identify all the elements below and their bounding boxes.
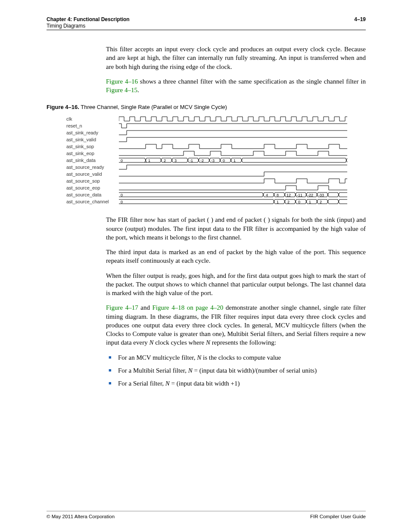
header-section: Timing Diagrams [47,23,130,29]
signal-ast-source-valid: ast_source_valid [66,171,119,177]
signal-ast-sink-eop: ast_sink_eop [66,151,119,156]
svg-text:2: 2 [287,200,290,204]
paragraph-4: The third input data is marked as an end… [106,248,366,265]
svg-text:0: 0 [121,193,123,197]
footer-right: FIR Compiler User Guide [310,514,366,519]
bullet-1: For an MCV multicycle filter, N is the c… [106,353,366,362]
figure-4-18-link[interactable]: Figure 4–18 on page 4–20 [152,304,223,311]
wave-ast-source-eop [119,185,366,191]
wave-ast-sink-ready [119,130,366,136]
paragraph-2: Figure 4–16 shows a three channel filter… [106,77,366,95]
svg-text:0: 0 [298,200,300,204]
signal-ast-source-sop: ast_source_sop [66,178,119,184]
svg-text:1: 1 [277,200,279,204]
wave-ast-sink-eop [119,150,366,156]
signal-ast-sink-data: ast_sink_data [66,158,119,163]
figure-4-17-link[interactable]: Figure 4–17 [106,304,138,311]
header-chapter: Chapter 4: Functional Description [47,16,130,22]
wave-ast-sink-valid [119,137,366,143]
wave-ast-source-ready [119,164,366,170]
timing-diagram: clk reset_n ast_sink_ready a [66,115,366,205]
svg-text:-11: -11 [297,193,302,197]
svg-text:-1: -1 [190,159,193,163]
footer-left: © May 2011 Altera Corporation [47,514,115,519]
svg-text:1: 1 [148,159,150,163]
page-header: Chapter 4: Functional Description Timing… [47,16,366,30]
figure-caption: Figure 4–16. Three Channel, Single Rate … [47,104,366,110]
signal-ast-source-data: ast_source_data [66,192,119,197]
signal-ast-sink-valid: ast_sink_valid [66,137,119,142]
signal-ast-source-channel: ast_source_channel [66,199,119,204]
wave-ast-sink-data: 0 1 2 3 -1 -2 -3 0 1 [119,157,366,163]
paragraph-5: When the filter output is ready, goes hi… [106,271,366,298]
signal-reset-n: reset_n [66,123,119,128]
header-page-number: 4–19 [354,16,366,29]
svg-text:-3: -3 [211,159,215,163]
signal-ast-source-ready: ast_source_ready [66,165,119,170]
wave-ast-source-sop [119,178,366,184]
bullet-3: For a Serial filter, N = (input data bit… [106,379,366,388]
svg-text:-33: -33 [318,193,324,197]
bullet-2: For a Multibit Serial filter, N = (input… [106,366,366,375]
paragraph-3: The FIR filter now has start of packet (… [106,215,366,242]
svg-text:8: 8 [277,193,279,197]
svg-text:2: 2 [320,200,322,204]
paragraph-1: This filter accepts an input every clock… [106,45,366,71]
svg-text:-2: -2 [200,159,204,163]
wave-reset-n [119,123,366,129]
svg-text:1: 1 [234,159,236,163]
svg-text:12: 12 [286,193,291,197]
signal-ast-sink-ready: ast_sink_ready [66,130,119,135]
svg-text:1: 1 [309,200,311,204]
wave-ast-source-channel: 0 1 2 0 1 2 [119,199,366,205]
svg-text:4: 4 [266,193,268,197]
wave-clk [119,116,366,122]
signal-clk: clk [66,116,119,121]
bullet-list: For an MCV multicycle filter, N is the c… [106,353,366,388]
svg-text:0: 0 [223,159,225,163]
signal-ast-source-eop: ast_source_eop [66,185,119,190]
svg-text:0: 0 [121,159,123,163]
page-footer: © May 2011 Altera Corporation FIR Compil… [47,511,366,519]
svg-text:3: 3 [174,159,177,163]
wave-ast-source-data: 0 4 8 12 -11 -22 -33 [119,192,366,198]
svg-text:2: 2 [164,159,166,163]
paragraph-6: Figure 4–17 and Figure 4–18 on page 4–20… [106,303,366,347]
wave-ast-sink-sop [119,143,366,149]
signal-ast-sink-sop: ast_sink_sop [66,144,119,149]
svg-text:0: 0 [121,200,123,204]
svg-text:-22: -22 [308,193,313,197]
wave-ast-source-valid [119,171,366,177]
figure-4-16-link[interactable]: Figure 4–16 [106,78,138,85]
figure-4-15-link[interactable]: Figure 4–15 [106,87,137,93]
